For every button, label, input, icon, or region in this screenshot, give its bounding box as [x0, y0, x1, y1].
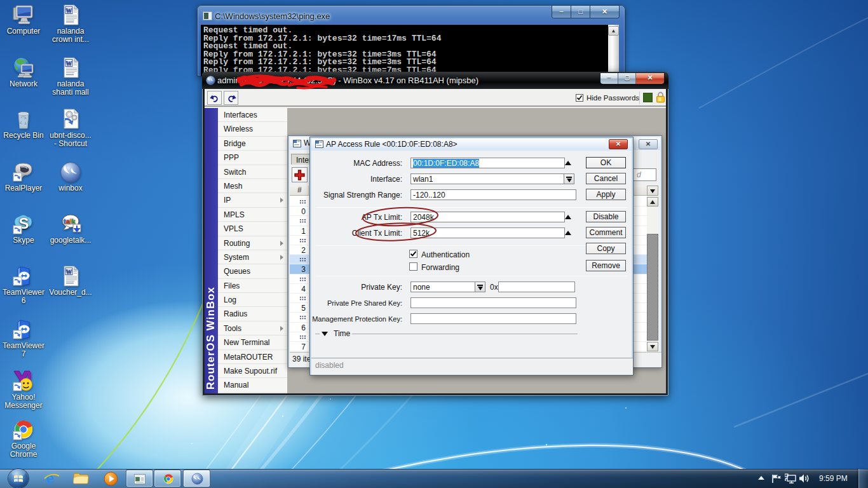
svg-text:talk: talk — [64, 217, 76, 225]
svg-text:e: e — [46, 471, 54, 486]
